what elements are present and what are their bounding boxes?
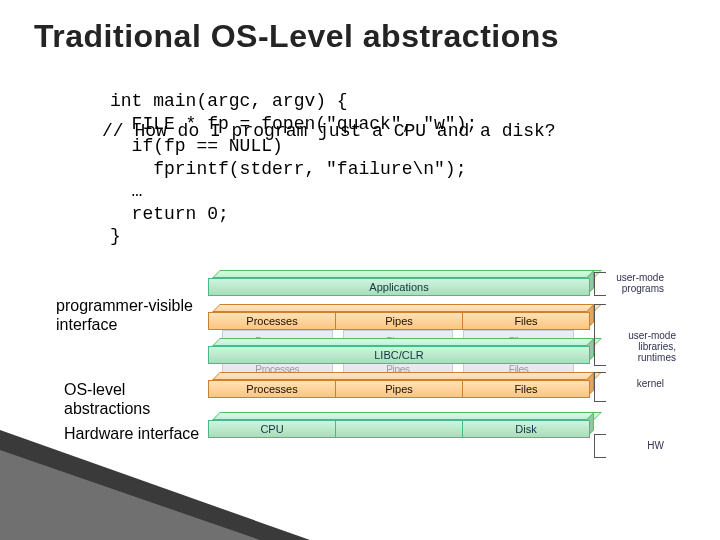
diagram-stack: Applications Processes Pipes Files LIBC/… [208, 270, 590, 446]
slab-processes-1: Processes Pipes Files [208, 304, 590, 330]
note-user-mode-libraries: user-mode libraries, runtimes [600, 330, 676, 363]
seg-processes: Processes [209, 381, 336, 397]
slab-processes-2: Processes Pipes Files [208, 372, 590, 398]
code-line: return 0; [110, 204, 229, 224]
seg-blank [336, 421, 463, 437]
note-kernel: kernel [604, 378, 664, 389]
seg-files: Files [463, 381, 589, 397]
code-line: } [110, 226, 121, 246]
seg-pipes: Pipes [336, 313, 463, 329]
seg-files: Files [463, 313, 589, 329]
decorative-wedge-icon [0, 450, 260, 540]
code-example: int main(argc, argv) { FILE * fp = fopen… [110, 90, 477, 248]
slab-libc: LIBC/CLR [208, 338, 590, 364]
code-line: fprintf(stderr, "failure\n"); [110, 159, 466, 179]
note-hw: HW [604, 440, 664, 451]
code-line: … [110, 181, 142, 201]
label-os-level-abstractions: OS-level abstractions [64, 380, 204, 418]
code-line-overlaid: FILE * fp = fopen("quack", "w");// How d… [110, 114, 477, 134]
page-title: Traditional OS-Level abstractions [0, 0, 720, 55]
seg-disk: Disk [463, 421, 589, 437]
note-user-mode-programs: user-mode programs [604, 272, 664, 294]
seg-applications: Applications [209, 279, 589, 295]
code-comment-line: // How do I program just a CPU and a dis… [102, 120, 556, 143]
seg-processes: Processes [209, 313, 336, 329]
label-programmer-visible-interface: programmer-visible interface [56, 296, 196, 334]
code-line: int main(argc, argv) { [110, 91, 348, 111]
seg-pipes: Pipes [336, 381, 463, 397]
slab-applications: Applications [208, 270, 590, 296]
seg-libc: LIBC/CLR [209, 347, 589, 363]
